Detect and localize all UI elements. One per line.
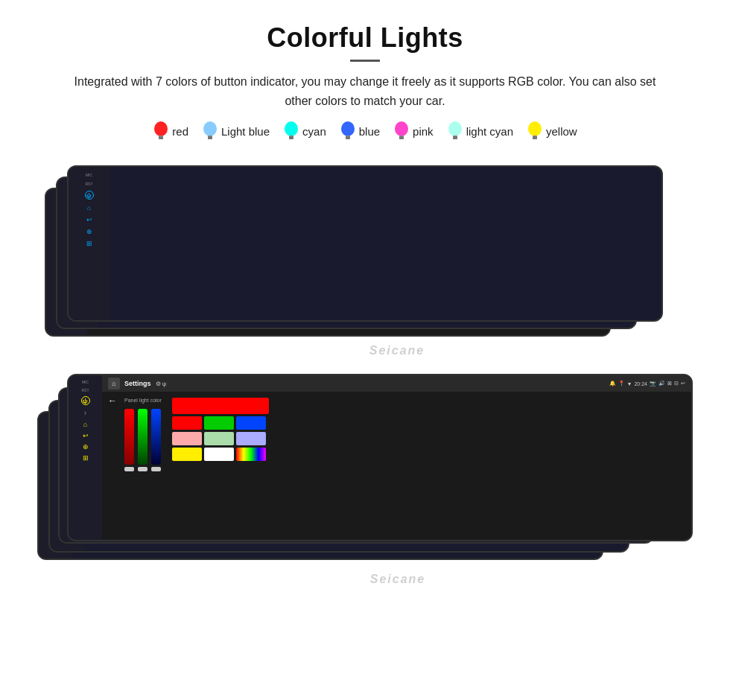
sliders-row-b4	[124, 405, 161, 465]
device-stack-bottom: MIC RST ⏻ › ⌂ ↩ ⊕ ⊞ MIC RST ⏻ ›	[37, 374, 693, 597]
bulb-blue	[340, 121, 356, 141]
color-row-b2	[172, 432, 269, 445]
left-panel-3: MIC RST ⏻ ⌂ ↩ ⊕ ⊞	[69, 167, 110, 320]
watermark-bottom: Seicane	[370, 573, 425, 586]
svg-point-20	[448, 121, 462, 136]
left-panel-b4: MIC RST ⏻ › ⌂ ↩ ⊕ ⊞	[69, 375, 102, 540]
btn-power-b4[interactable]: ⏻	[81, 396, 90, 405]
color-grid-b4	[172, 398, 269, 461]
btn-home-b4[interactable]: ⌂	[83, 421, 87, 428]
radio-unit-b4: MIC RST ⏻ › ⌂ ↩ ⊕ ⊞ ⌂ Settings ⚙ ψ	[67, 374, 693, 541]
btn-back-b4[interactable]: ↩	[83, 432, 89, 439]
color-item-yellow: yellow	[527, 121, 577, 141]
color-item-lightblue: Light blue	[202, 121, 270, 141]
btn-extra-3[interactable]: ⊞	[86, 240, 92, 247]
color-label-blue: blue	[359, 125, 380, 138]
header-description: Integrated with 7 colors of button indic…	[60, 72, 670, 110]
color-item-lightcyan: light cyan	[447, 121, 513, 141]
page-wrapper: Colorful Lights Integrated with 7 colors…	[0, 0, 730, 620]
svg-point-16	[395, 121, 408, 136]
slider-red-b4[interactable]	[124, 409, 134, 465]
back-arrow-b4[interactable]: ←	[108, 395, 117, 406]
bulb-lightcyan	[447, 121, 463, 141]
screen-topbar-b4: ⌂ Settings ⚙ ψ 🔔 📍 ▼ 20:24 📷 🔊 ⊠	[102, 375, 691, 392]
screen-area-b4: ⌂ Settings ⚙ ψ 🔔 📍 ▼ 20:24 📷 🔊 ⊠	[102, 375, 691, 540]
color-label-pink: pink	[413, 125, 434, 138]
topbar-right-b4: 🔔 📍 ▼ 20:24 📷 🔊 ⊠ ⊟ ↩	[609, 381, 685, 386]
watermark-top: Seicane	[369, 344, 425, 357]
svg-point-24	[528, 121, 542, 136]
screen-content-b4: Panel light color	[102, 392, 691, 471]
radio-unit-layer3: MIC RST ⏻ ⌂ ↩ ⊕ ⊞	[67, 165, 663, 322]
color-label-red: red	[172, 125, 188, 138]
bulb-cyan	[283, 121, 299, 141]
panel-light-label-b4: Panel light color	[124, 398, 162, 403]
color-top-bar-b4[interactable]	[172, 398, 269, 414]
home-btn-b4[interactable]: ⌂	[108, 378, 120, 389]
color-item-cyan: cyan	[283, 121, 326, 141]
svg-point-8	[285, 121, 298, 136]
bulb-yellow	[527, 121, 543, 141]
bulb-pink	[393, 121, 410, 141]
page-title: Colorful Lights	[30, 22, 700, 54]
btn-eq-b4[interactable]: ⊕	[83, 443, 89, 451]
btn-home-3[interactable]: ⌂	[87, 204, 91, 211]
btn-power-3[interactable]: ⏻	[85, 191, 94, 200]
device-group-top: MIC RST ⏻ ⌂ ↩ ⊕ ⊞ ⌂ Settings ⚙ ψ	[30, 158, 700, 374]
color-label-lightcyan: light cyan	[466, 125, 513, 138]
slider-thumbs-b4	[124, 467, 161, 471]
colors-row: red Light blue	[30, 121, 700, 141]
svg-point-4	[203, 121, 217, 136]
bulb-lightblue	[202, 121, 218, 141]
color-row-b3	[172, 448, 269, 461]
btn-eq-3[interactable]: ⊕	[86, 228, 92, 235]
svg-point-12	[341, 121, 355, 136]
header-divider	[350, 60, 380, 62]
bulb-red	[153, 121, 169, 141]
color-label-cyan: cyan	[302, 125, 326, 138]
slider-blue-b4[interactable]	[151, 409, 161, 465]
color-row-b1	[172, 416, 269, 430]
color-label-lightblue: Light blue	[221, 125, 270, 138]
svg-point-0	[154, 121, 168, 136]
btn-back-3[interactable]: ↩	[86, 216, 92, 223]
color-item-pink: pink	[393, 121, 434, 141]
btn-extra-b4[interactable]: ⊞	[83, 454, 89, 462]
color-item-red: red	[153, 121, 188, 141]
color-label-yellow: yellow	[546, 125, 577, 138]
color-item-blue: blue	[340, 121, 380, 141]
header-section: Colorful Lights Integrated with 7 colors…	[30, 22, 700, 110]
device-stack-top: MIC RST ⏻ ⌂ ↩ ⊕ ⊞ ⌂ Settings ⚙ ψ	[45, 158, 685, 366]
slider-green-b4[interactable]	[138, 409, 147, 465]
settings-title-b4: Settings	[124, 380, 151, 387]
device-group-bottom: MIC RST ⏻ › ⌂ ↩ ⊕ ⊞ MIC RST ⏻ ›	[30, 374, 700, 605]
sliders-section-b4: Panel light color	[124, 398, 162, 471]
